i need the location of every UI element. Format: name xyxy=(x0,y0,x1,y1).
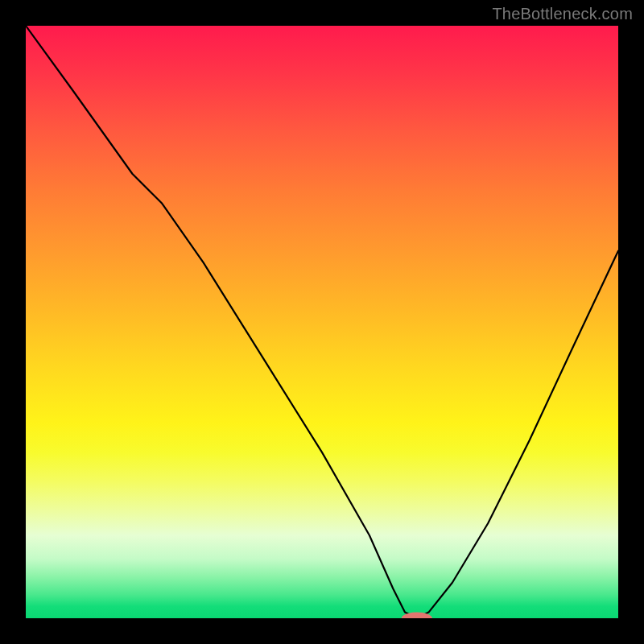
watermark-label: TheBottleneck.com xyxy=(492,5,633,23)
bottleneck-curve xyxy=(26,26,618,618)
plot-area xyxy=(26,26,618,618)
chart-svg xyxy=(26,26,618,618)
chart-frame: TheBottleneck.com xyxy=(0,0,644,644)
